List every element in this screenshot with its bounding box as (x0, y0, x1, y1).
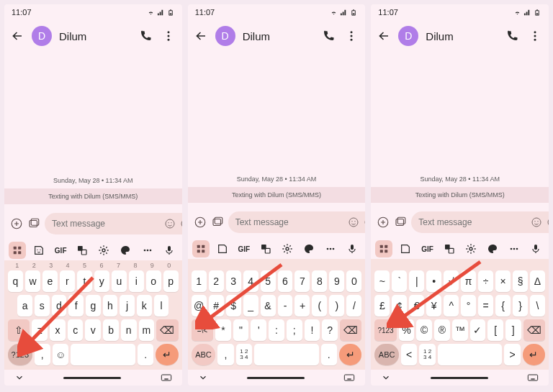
toolbar-settings[interactable] (279, 240, 296, 257)
fraction-key[interactable]: 1 2 3 4 (419, 344, 435, 365)
back-button[interactable] (10, 29, 24, 43)
symbols-back-key[interactable]: ?123 (374, 319, 396, 341)
more-button[interactable] (343, 28, 359, 44)
key-t[interactable]: t (77, 270, 92, 292)
keyboard-switch-icon[interactable] (527, 373, 539, 382)
toolbar-more[interactable] (322, 240, 339, 257)
key-squote[interactable]: ' (251, 319, 266, 341)
key-amp[interactable]: & (261, 295, 276, 316)
key-bang[interactable]: ! (305, 319, 320, 341)
nav-pill[interactable] (431, 377, 488, 379)
key-p[interactable]: p (163, 270, 179, 292)
key-euro[interactable]: € (409, 295, 424, 316)
message-input[interactable] (235, 217, 343, 227)
call-button[interactable] (320, 28, 336, 44)
key-lbrace[interactable]: { (495, 295, 511, 316)
backspace-key[interactable]: ⌫ (523, 319, 545, 341)
toolbar-mic[interactable] (343, 240, 361, 257)
key-a[interactable]: a (17, 295, 32, 316)
key-bullet[interactable]: • (426, 270, 441, 292)
period-key[interactable]: . (138, 344, 153, 365)
toolbar-translate[interactable] (73, 242, 91, 259)
toolbar-translate[interactable] (441, 240, 458, 257)
add-button[interactable] (377, 215, 390, 229)
key-g[interactable]: g (86, 295, 101, 316)
key-x[interactable]: x (50, 319, 66, 341)
message-input[interactable] (418, 217, 526, 227)
key-question[interactable]: ? (322, 319, 338, 341)
comma-key[interactable]: , (217, 344, 233, 365)
key-check[interactable]: ✓ (470, 319, 486, 341)
mode-switch-key[interactable]: ABC (192, 344, 216, 365)
key-slash[interactable]: / (346, 295, 361, 316)
key-o[interactable]: o (146, 270, 161, 292)
keyboard-switch-icon[interactable] (161, 373, 172, 382)
key-h[interactable]: h (103, 295, 118, 316)
send-icon[interactable] (364, 216, 366, 228)
more-symbols-key[interactable]: =\< (192, 319, 213, 341)
key-0[interactable]: 0 (346, 270, 361, 292)
backspace-key[interactable]: ⌫ (156, 319, 178, 341)
enter-key[interactable]: ↵ (523, 344, 545, 365)
period-key[interactable]: . (321, 344, 337, 365)
key-u[interactable]: u (112, 270, 127, 292)
enter-key[interactable]: ↵ (339, 344, 361, 365)
toolbar-settings[interactable] (95, 242, 112, 259)
key-backtick[interactable]: ` (392, 270, 407, 292)
key-pipe[interactable]: | (409, 270, 424, 292)
key-dollar[interactable]: $ (226, 295, 241, 316)
more-button[interactable] (527, 28, 543, 44)
call-button[interactable] (504, 28, 520, 44)
key-lbracket[interactable]: [ (487, 319, 503, 341)
key-i[interactable]: i (129, 270, 144, 292)
key-minus[interactable]: - (278, 295, 293, 316)
key-at[interactable]: @ (192, 295, 207, 316)
gallery-button[interactable] (27, 216, 40, 231)
gt-key[interactable]: > (504, 344, 520, 365)
emoji-icon[interactable] (531, 216, 542, 228)
lt-key[interactable]: < (401, 344, 417, 365)
key-pi[interactable]: π (461, 270, 476, 292)
key-m[interactable]: m (139, 319, 155, 341)
key-yen[interactable]: ¥ (426, 295, 441, 316)
toolbar-theme[interactable] (300, 240, 318, 257)
key-2[interactable]: 2 (209, 270, 224, 292)
key-9[interactable]: 9 (329, 270, 344, 292)
emoji-icon[interactable] (348, 216, 359, 228)
toolbar-apps[interactable] (9, 242, 26, 259)
key-sqrt[interactable]: √ (444, 270, 459, 292)
chevron-down-icon[interactable] (381, 373, 391, 383)
contact-name[interactable]: Dilum (59, 30, 130, 42)
add-button[interactable] (194, 215, 207, 229)
key-rbracket[interactable]: ] (505, 319, 521, 341)
key-plus[interactable]: + (295, 295, 310, 316)
key-lparen[interactable]: ( (312, 295, 327, 316)
back-button[interactable] (194, 29, 208, 43)
key-semicolon[interactable]: ; (287, 319, 302, 341)
call-button[interactable] (138, 28, 153, 44)
back-button[interactable] (377, 29, 391, 43)
toolbar-translate[interactable] (257, 240, 274, 257)
chevron-down-icon[interactable] (14, 373, 24, 383)
contact-avatar[interactable]: D (398, 26, 418, 46)
toolbar-theme[interactable] (484, 240, 501, 257)
key-underscore[interactable]: _ (243, 295, 258, 316)
key-degree[interactable]: ° (461, 295, 476, 316)
key-4[interactable]: 4 (243, 270, 258, 292)
key-k[interactable]: k (137, 295, 152, 316)
key-times[interactable]: × (495, 270, 511, 292)
key-star[interactable]: * (215, 319, 231, 341)
keyboard-switch-icon[interactable] (343, 373, 355, 382)
key-section[interactable]: § (513, 270, 528, 292)
toolbar-theme[interactable] (117, 242, 134, 259)
key-pound[interactable]: £ (374, 295, 390, 316)
key-rbrace[interactable]: } (513, 295, 528, 316)
key-l[interactable]: l (154, 295, 169, 316)
toolbar-gif[interactable]: GIF (52, 242, 69, 259)
enter-key[interactable]: ↵ (156, 344, 178, 365)
key-c[interactable]: c (68, 319, 84, 341)
key-8[interactable]: 8 (312, 270, 327, 292)
key-copyright[interactable]: © (416, 319, 432, 341)
key-y[interactable]: y (94, 270, 109, 292)
emoji-key[interactable]: ☺ (53, 344, 68, 365)
